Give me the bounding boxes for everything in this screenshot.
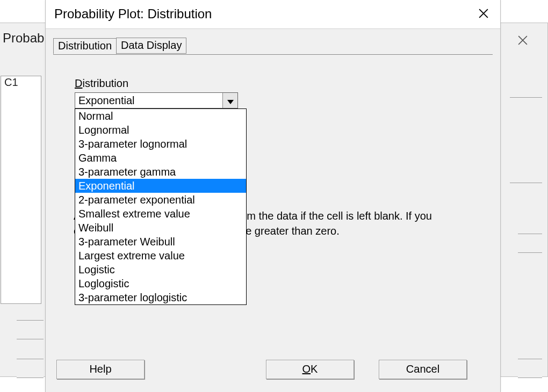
distribution-dropdown-button[interactable] xyxy=(222,93,237,108)
close-icon xyxy=(518,35,528,48)
help-button[interactable]: Help xyxy=(56,360,145,379)
parent-button[interactable] xyxy=(518,234,542,253)
distribution-option[interactable]: 2-parameter exponential xyxy=(75,193,246,207)
distribution-option[interactable]: Weibull xyxy=(75,221,246,235)
distribution-option[interactable]: 3-parameter lognormal xyxy=(75,137,246,151)
distribution-option[interactable]: Logistic xyxy=(75,263,246,277)
distribution-option[interactable]: Loglogistic xyxy=(75,277,246,291)
distribution-option[interactable]: Normal xyxy=(75,109,246,123)
distribution-option[interactable]: Lognormal xyxy=(75,123,246,137)
list-item[interactable]: C1 xyxy=(4,76,41,89)
distribution-label: Distribution xyxy=(75,77,128,90)
distribution-option[interactable]: Largest extreme value xyxy=(75,249,246,263)
distribution-option[interactable]: Exponential xyxy=(75,179,246,193)
distribution-combobox[interactable]: Exponential xyxy=(75,92,238,108)
distribution-selected-value: Exponential xyxy=(75,93,222,108)
parent-button[interactable] xyxy=(17,359,44,378)
parent-dialog-title: Probab xyxy=(3,31,44,46)
distribution-option[interactable]: 3-parameter Weibull xyxy=(75,235,246,249)
parent-button[interactable] xyxy=(518,359,542,378)
distribution-option[interactable]: Gamma xyxy=(75,151,246,165)
parent-side-panel xyxy=(510,97,542,183)
cancel-button[interactable]: Cancel xyxy=(379,360,467,379)
svg-marker-0 xyxy=(227,100,234,104)
tab-strip: DistributionData Display xyxy=(53,38,186,55)
titlebar: Probability Plot: Distribution xyxy=(46,0,500,29)
distribution-option[interactable]: Smallest extreme value xyxy=(75,207,246,221)
distribution-dropdown-list[interactable]: NormalLognormal3-parameter lognormalGamm… xyxy=(75,108,247,305)
close-button[interactable] xyxy=(472,4,495,25)
distribution-option[interactable]: 3-parameter gamma xyxy=(75,165,246,179)
dialog-title: Probability Plot: Distribution xyxy=(54,6,212,21)
parent-variable-list[interactable]: C1 xyxy=(1,76,41,304)
parent-close-button[interactable] xyxy=(512,31,533,52)
tab-distribution[interactable]: Distribution xyxy=(53,38,117,54)
tab-data-display[interactable]: Data Display xyxy=(116,38,186,54)
chevron-down-icon xyxy=(227,95,234,107)
close-icon xyxy=(479,9,488,21)
distribution-option[interactable]: 3-parameter loglogistic xyxy=(75,291,246,304)
distribution-dialog: Probability Plot: Distribution Distribut… xyxy=(45,0,501,392)
ok-button[interactable]: OK xyxy=(266,360,354,379)
parent-button[interactable] xyxy=(17,320,44,339)
